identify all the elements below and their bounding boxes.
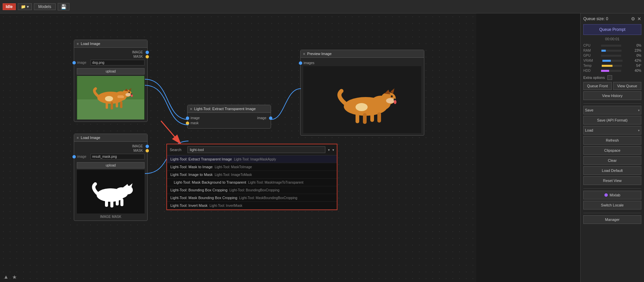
search-result-item[interactable]: Light-Tool: Mask Bounding Box CroppingLi… bbox=[167, 194, 337, 202]
image-field-value[interactable]: dog.png bbox=[91, 60, 145, 65]
search-dropdown-arrow2[interactable]: ▾ bbox=[332, 148, 334, 152]
mask-out-dot2[interactable] bbox=[146, 149, 149, 152]
queue-front-view-queue-row: Queue Front View Queue bbox=[583, 82, 641, 90]
temp-stat-row: Temp 54° bbox=[583, 64, 641, 67]
search-dropdown: Search ▾ ▾ Light-Tool: Extract Transpare… bbox=[166, 144, 337, 210]
clipspace-button[interactable]: Clipspace bbox=[583, 146, 641, 155]
star-icon[interactable]: ★ bbox=[12, 274, 17, 280]
switch-locale-button[interactable]: Switch Locale bbox=[583, 201, 641, 209]
svg-rect-46 bbox=[370, 112, 374, 122]
svg-rect-28 bbox=[116, 199, 119, 205]
temp-label: Temp bbox=[583, 64, 591, 67]
vram-value: 42% bbox=[632, 59, 641, 62]
hdd-value: 40% bbox=[632, 69, 641, 73]
search-result-item[interactable]: Light-Tool: Bounding Box CroppingLight-T… bbox=[167, 186, 337, 194]
search-result-sub: Light-Tool: InvertMask bbox=[210, 204, 243, 207]
mixlab-button[interactable]: Mixlab bbox=[583, 191, 641, 199]
corgi-running-svg bbox=[77, 76, 145, 120]
folder-button[interactable]: 📁 ▾ bbox=[18, 3, 32, 10]
models-button[interactable]: Models bbox=[34, 3, 56, 10]
svg-rect-26 bbox=[105, 199, 108, 207]
image-in-dot[interactable] bbox=[72, 61, 76, 64]
image-mask-label: IMAGE MASK bbox=[77, 215, 145, 219]
upload-button-2[interactable]: upload bbox=[77, 162, 145, 169]
queue-front-button[interactable]: Queue Front bbox=[583, 82, 612, 90]
queue-prompt-button[interactable]: Queue Prompt bbox=[583, 24, 641, 35]
panel-icons: ⚙ ✕ bbox=[631, 16, 641, 21]
save-button[interactable]: Save ▾ bbox=[583, 106, 641, 114]
svg-point-23 bbox=[126, 189, 132, 193]
mask-out-dot[interactable] bbox=[146, 55, 149, 58]
hamburger-icon-4: ≡ bbox=[303, 52, 305, 56]
search-result-sub: Light-Tool: MaskToImage bbox=[215, 165, 252, 169]
search-input[interactable] bbox=[187, 146, 325, 153]
lighttool-image-out-dot[interactable] bbox=[269, 116, 272, 120]
node-preview-body: images bbox=[301, 58, 424, 135]
load-arrow: ▾ bbox=[638, 129, 640, 132]
image-in-dot2[interactable] bbox=[72, 155, 76, 158]
node-load-image-2: ≡ Load Image IMAGE MASK image result_mas… bbox=[74, 134, 148, 221]
lighttool-mask-in-dot[interactable] bbox=[186, 122, 189, 125]
close-icon[interactable]: ✕ bbox=[637, 16, 641, 21]
ram-bar-wrap bbox=[601, 50, 622, 52]
svg-point-18 bbox=[105, 96, 113, 101]
svg-point-8 bbox=[125, 93, 131, 96]
reset-view-button[interactable]: Reset View bbox=[583, 176, 641, 185]
vram-bar-wrap bbox=[602, 60, 623, 62]
search-dropdown-arrow[interactable]: ▾ bbox=[328, 148, 330, 152]
mixlab-dot bbox=[604, 193, 608, 197]
search-result-item[interactable]: Light-Tool: Image to MaskLight-Tool: Ima… bbox=[167, 171, 337, 179]
manager-button[interactable]: Manager bbox=[583, 215, 641, 224]
image-out-dot2[interactable] bbox=[146, 145, 149, 148]
upload-icon[interactable]: ▲ bbox=[3, 274, 9, 280]
node-load1-mask-port: MASK bbox=[77, 55, 145, 58]
refresh-button[interactable]: Refresh bbox=[583, 136, 641, 145]
svg-point-41 bbox=[391, 95, 393, 97]
search-result-sub: Light-Tool: BoundingBoxCropping bbox=[229, 188, 279, 192]
save-icon-button[interactable]: 💾 bbox=[58, 3, 69, 10]
upload-button-1[interactable]: upload bbox=[77, 68, 145, 75]
node-light-tool: ≡ Light-Tool: Extract Transparent Image … bbox=[187, 105, 271, 129]
svg-point-13 bbox=[131, 94, 133, 97]
preview-corgi-svg bbox=[305, 69, 419, 130]
search-label: Search bbox=[170, 148, 185, 152]
hdd-bar-wrap bbox=[601, 70, 621, 72]
svg-rect-6 bbox=[117, 95, 124, 98]
gpu-label: GPU bbox=[583, 54, 591, 57]
preview-images-in-dot[interactable] bbox=[299, 61, 302, 65]
image-out-dot[interactable] bbox=[146, 51, 149, 54]
bottombar: ▲ ★ bbox=[0, 272, 476, 282]
clear-button[interactable]: Clear bbox=[583, 156, 641, 165]
view-history-button[interactable]: View History bbox=[583, 91, 641, 100]
hdd-bar bbox=[601, 70, 609, 72]
svg-rect-27 bbox=[110, 199, 113, 207]
save-api-button[interactable]: Save (API Format) bbox=[583, 116, 641, 125]
idle-badge: Idle bbox=[3, 3, 16, 10]
load-default-button[interactable]: Load Default bbox=[583, 166, 641, 175]
hamburger-icon-2: ≡ bbox=[77, 136, 79, 140]
svg-rect-47 bbox=[377, 112, 381, 123]
image-field-value2[interactable]: result_mask.png bbox=[91, 154, 145, 159]
search-result-item[interactable]: Light-Tool: Mask Background to Transpare… bbox=[167, 179, 337, 186]
extra-options-toggle[interactable] bbox=[607, 75, 612, 80]
preview-corgi-area bbox=[303, 66, 421, 133]
node-lighttool-header: ≡ Light-Tool: Extract Transparent Image bbox=[187, 105, 271, 113]
svg-rect-45 bbox=[363, 113, 367, 124]
svg-point-11 bbox=[128, 92, 130, 93]
mask-out-label: MASK bbox=[133, 55, 143, 58]
search-result-main: Light-Tool: Bounding Box Cropping bbox=[170, 188, 227, 192]
hamburger-icon: ≡ bbox=[77, 42, 79, 46]
view-queue-button[interactable]: View Queue bbox=[613, 82, 642, 90]
search-bar: Search ▾ ▾ bbox=[167, 144, 337, 155]
ram-stat-row: RAM 23% bbox=[583, 49, 641, 52]
settings-icon[interactable]: ⚙ bbox=[631, 16, 635, 21]
topbar: Idle 📁 ▾ Models 💾 bbox=[0, 0, 644, 13]
lighttool-image-in-dot[interactable] bbox=[186, 116, 189, 120]
search-result-item[interactable]: Light-Tool: Mask to ImageLight-Tool: Mas… bbox=[167, 163, 337, 171]
ram-bar bbox=[601, 50, 606, 52]
search-result-item[interactable]: Light-Tool: Extract Transparent ImageLig… bbox=[167, 155, 337, 163]
load-button[interactable]: Load ▾ bbox=[583, 126, 641, 135]
image-field-label2: image bbox=[77, 155, 89, 158]
search-result-main: Light-Tool: Invert Mask bbox=[170, 203, 208, 207]
search-result-item[interactable]: Light-Tool: Invert MaskLight-Tool: Inver… bbox=[167, 202, 337, 209]
